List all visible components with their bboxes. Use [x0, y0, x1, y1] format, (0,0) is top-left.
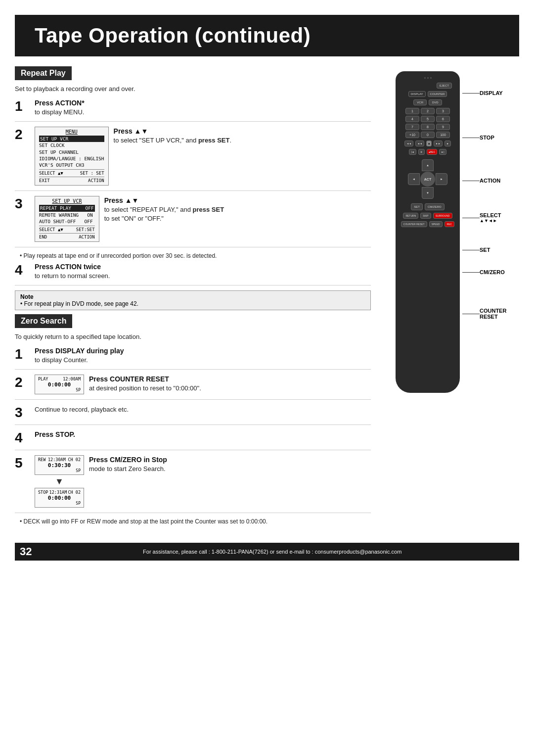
- btn-5[interactable]: 5: [421, 116, 435, 122]
- footer: 32 For assistance, please call : 1-800-2…: [15, 543, 519, 561]
- counter-display-btn[interactable]: COUNTER: [428, 91, 447, 97]
- stop-label: STOP: [462, 135, 494, 141]
- btn-plus10[interactable]: +10: [405, 132, 419, 138]
- dpad-left-btn[interactable]: ◄: [408, 173, 420, 185]
- btn-8[interactable]: 8: [421, 124, 435, 130]
- step-2-num: 2: [15, 128, 30, 142]
- screen-title: MENU: [39, 129, 104, 135]
- step-3-title: Press ▲▼: [104, 196, 139, 204]
- btn-4[interactable]: 4: [405, 116, 419, 122]
- set-btn[interactable]: SET: [411, 203, 423, 210]
- skip2-btn[interactable]: SKIP: [420, 213, 431, 219]
- ff-btn[interactable]: ►►: [434, 141, 443, 146]
- surround-btn[interactable]: SURROUND: [433, 213, 452, 219]
- dpad-up-btn[interactable]: ▲: [422, 159, 434, 171]
- pause-btn[interactable]: ⏸: [418, 149, 425, 155]
- dpad-down-btn[interactable]: ▼: [422, 187, 434, 199]
- repeat-play-section: Repeat Play Set to playback a recording …: [15, 66, 371, 310]
- repeat-step-4: 4 Press ACTION twice to return to normal…: [15, 262, 371, 285]
- remote-column: EJECT DISPLAY COUNTER VCR DVD 1 2 3 4: [381, 66, 519, 528]
- page-title: Tape Operation (continued): [35, 24, 499, 47]
- action-center-btn[interactable]: ACT: [420, 172, 435, 187]
- btn-9[interactable]: 9: [436, 124, 450, 130]
- repeat-bullet: Play repeats at tape end or if unrecorde…: [20, 252, 371, 259]
- zero-step-1-title: Press DISPLAY during play: [35, 347, 124, 355]
- action-label-text: ACTION: [480, 178, 500, 184]
- note-text: • For repeat play in DVD mode, see page …: [20, 300, 138, 307]
- zero-search-header: Zero Search: [15, 314, 72, 328]
- step-2-screen: MENU SET UP VCR SET CLOCK SET UP CHANNEL…: [35, 127, 109, 186]
- remote-wrapper: EJECT DISPLAY COUNTER VCR DVD 1 2 3 4: [396, 71, 519, 393]
- btn-6[interactable]: 6: [436, 116, 450, 122]
- btn-0[interactable]: 0: [421, 132, 435, 138]
- step-2-desc: to select "SET UP VCR," and press SET.: [114, 137, 232, 144]
- rec2-btn[interactable]: REC: [445, 221, 455, 227]
- select-label-text: SELECT: [480, 212, 501, 218]
- step-3-screen: SET UP VCR REPEAT PLAY OFF REMOTE WARNIN…: [35, 196, 99, 242]
- remote-body: EJECT DISPLAY COUNTER VCR DVD 1 2 3 4: [396, 71, 460, 393]
- slow-btn[interactable]: ◄◄: [404, 141, 413, 146]
- display-label: DISPLAY: [462, 90, 503, 96]
- counter-reset-btn[interactable]: COUNTER RESET: [401, 221, 427, 227]
- repeat-step-3: 3 SET UP VCR REPEAT PLAY OFF REMOTE WARN…: [15, 196, 371, 247]
- action-label: ACTION: [462, 178, 500, 184]
- select-label: SELECT ▲▼◄►: [462, 212, 501, 223]
- step-1-num: 1: [15, 99, 30, 113]
- repeat-play-intro: Set to playback a recording over and ove…: [15, 85, 371, 93]
- display-label-text: DISPLAY: [480, 90, 503, 96]
- step-2-title: Press ▲▼: [114, 127, 148, 135]
- repeat-step-1: 1 Press ACTION* to display MENU.: [15, 98, 371, 122]
- arrow-down-icon: ▼: [35, 477, 84, 486]
- footer-text: For assistance, please call : 1-800-211-…: [143, 549, 401, 555]
- note-box: Note • For repeat play in DVD mode, see …: [15, 290, 371, 310]
- speed-btn[interactable]: SPEED: [429, 221, 443, 227]
- counter-reset-label: COUNTER RESET: [462, 308, 506, 320]
- zero-step-4-title: Press STOP.: [35, 430, 75, 438]
- repeat-step-2: 2 MENU SET UP VCR SET CLOCK SET UP CHANN…: [15, 127, 371, 191]
- rec-btn[interactable]: ●REC: [427, 149, 438, 155]
- btn-7[interactable]: 7: [405, 124, 419, 130]
- step-1-desc: to display MENU.: [35, 108, 84, 116]
- skip-fwd-btn[interactable]: ►|: [439, 149, 446, 155]
- eject-btn[interactable]: EJECT: [437, 83, 452, 89]
- zero-step-1: 1 Press DISPLAY during play to display C…: [15, 346, 371, 370]
- zero-step-2-num: 2: [15, 376, 30, 389]
- zero-step-4: 4 Press STOP.: [15, 430, 371, 450]
- left-column: Repeat Play Set to playback a recording …: [15, 66, 381, 528]
- play-btn[interactable]: ►: [445, 141, 451, 146]
- dpad-right-btn[interactable]: ►: [436, 173, 447, 185]
- cmzero-label: CM/ZERO: [462, 269, 505, 275]
- set-label: SET: [462, 247, 490, 253]
- cmzero-btn[interactable]: CM/ZERO: [425, 203, 445, 210]
- zero-step-3-num: 3: [15, 406, 30, 420]
- return-btn[interactable]: RETURN: [403, 213, 418, 219]
- title-bar: Tape Operation (continued): [15, 15, 519, 56]
- btn-2[interactable]: 2: [421, 108, 435, 114]
- dvd-btn[interactable]: DVD: [429, 99, 442, 105]
- zero-step-3: 3 Continue to record, playback etc.: [15, 405, 371, 425]
- zero-search-intro: To quickly return to a specified tape lo…: [15, 333, 371, 340]
- zero-step-5-screens: REW 12:30AM CH 02 0:30:30 SP ▼ STOP 12:3…: [35, 455, 84, 508]
- zero-bullet: DECK will go into FF or REW mode and sto…: [20, 518, 371, 525]
- display-btn[interactable]: DISPLAY: [408, 91, 426, 97]
- step-1-title: Press ACTION*: [35, 99, 85, 107]
- btn-3[interactable]: 3: [436, 108, 450, 114]
- step-4-desc: to return to normal screen.: [35, 272, 110, 280]
- note-title: Note: [20, 293, 34, 300]
- step-4-title: Press ACTION twice: [35, 263, 101, 271]
- zero-step-2-desc: at desired position to reset to "0:00:00…: [89, 384, 201, 392]
- zero-step-4-num: 4: [15, 431, 30, 445]
- zero-search-section: Zero Search To quickly return to a speci…: [15, 314, 371, 525]
- zero-step-1-desc: to display Counter.: [35, 356, 88, 364]
- rew-btn[interactable]: ◄◄: [415, 141, 424, 146]
- skip-back-btn[interactable]: |◄: [409, 149, 416, 155]
- page-number: 32: [20, 545, 32, 558]
- vcr-btn[interactable]: VCR: [413, 99, 427, 105]
- counter-label-text: COUNTER: [480, 308, 506, 314]
- btn-1[interactable]: 1: [405, 108, 419, 114]
- stop-btn[interactable]: ■: [426, 141, 432, 146]
- screen3-title: SET UP VCR: [39, 198, 95, 204]
- set-label-text: SET: [480, 247, 490, 253]
- btn-100[interactable]: 100: [436, 132, 450, 138]
- step-4-num: 4: [15, 263, 30, 277]
